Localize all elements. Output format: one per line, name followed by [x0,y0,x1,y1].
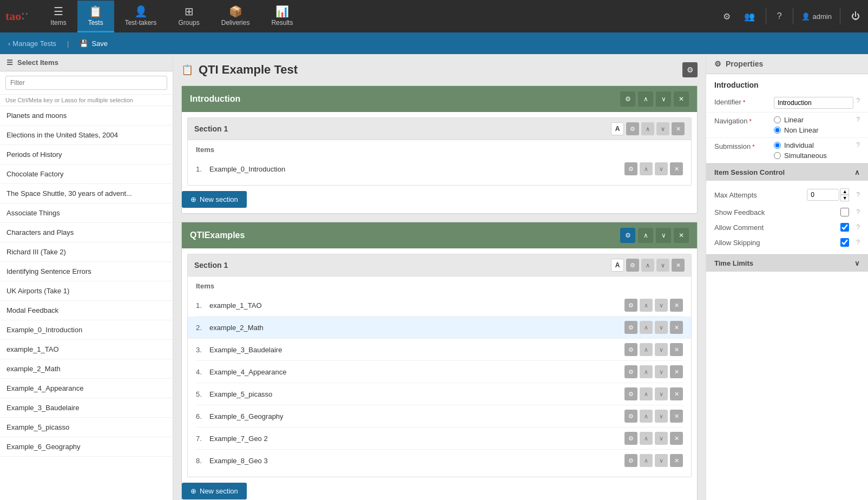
item-settings-button-qtiexamples-0-2[interactable]: ⚙ [624,343,637,356]
identifier-help-icon[interactable]: ? [856,97,860,104]
section-down-button-qtiexamples-0[interactable]: ∨ [656,259,669,272]
item-delete-button-introduction-0-0[interactable]: ✕ [670,162,683,175]
section-up-button-qtiexamples-0[interactable]: ∧ [641,259,654,272]
item-up-button-qtiexamples-0-6[interactable]: ∧ [640,432,653,445]
sidebar-item[interactable]: Associate Things [0,203,173,223]
item-down-button-qtiexamples-0-6[interactable]: ∨ [655,432,668,445]
section-settings-button-qtiexamples-0[interactable]: ⚙ [626,259,639,272]
logout-button[interactable]: ⏻ [849,9,863,24]
sidebar-item[interactable]: UK Airports (Take 1) [0,281,173,301]
part-down-button-qtiexamples[interactable]: ∨ [656,228,671,243]
item-down-button-qtiexamples-0-1[interactable]: ∨ [655,321,668,334]
item-settings-button-qtiexamples-0-3[interactable]: ⚙ [624,365,637,378]
allow-comment-help-icon[interactable]: ? [856,223,860,231]
help-button[interactable]: ? [774,9,785,24]
item-delete-button-qtiexamples-0-5[interactable]: ✕ [670,410,683,423]
section-up-button-introduction-0[interactable]: ∧ [641,122,654,135]
nav-item-deliveries[interactable]: 📦 Deliveries [211,1,261,32]
nav-item-items[interactable]: ☰ Items [40,1,77,32]
section-font-button-qtiexamples-0[interactable]: A [611,259,624,272]
max-attempts-down-button[interactable]: ▼ [840,195,849,201]
show-feedback-checkbox[interactable] [840,208,849,216]
item-up-button-qtiexamples-0-5[interactable]: ∧ [640,410,653,423]
item-delete-button-qtiexamples-0-7[interactable]: ✕ [670,454,683,467]
item-down-button-qtiexamples-0-2[interactable]: ∨ [655,343,668,356]
navigation-nonlinear-option[interactable]: Non Linear [774,126,853,134]
allow-comment-checkbox[interactable] [840,223,849,232]
sidebar-header[interactable]: ☰ Select Items [0,54,173,71]
sidebar-item[interactable]: Example_5_picasso [0,418,173,437]
sidebar-item[interactable]: Planets and moons [0,106,173,126]
item-settings-button-qtiexamples-0-4[interactable]: ⚙ [624,387,637,400]
sidebar-item[interactable]: The Space Shuttle, 30 years of advent... [0,184,173,203]
item-up-button-qtiexamples-0-3[interactable]: ∧ [640,365,653,378]
allow-skipping-checkbox[interactable] [840,238,849,247]
part-delete-button-introduction[interactable]: ✕ [674,91,689,107]
identifier-input[interactable] [774,97,853,109]
item-up-button-qtiexamples-0-0[interactable]: ∧ [640,299,653,312]
section-down-button-introduction-0[interactable]: ∨ [656,122,669,135]
navigation-help-icon[interactable]: ? [856,116,860,123]
submission-help-icon[interactable]: ? [856,141,860,149]
item-up-button-qtiexamples-0-7[interactable]: ∧ [640,454,653,467]
sidebar-item[interactable]: Characters and Plays [0,223,173,242]
item-delete-button-qtiexamples-0-1[interactable]: ✕ [670,321,683,334]
filter-input[interactable] [5,76,167,90]
navigation-nonlinear-radio[interactable] [774,127,781,134]
item-settings-button-qtiexamples-0-1[interactable]: ⚙ [624,321,637,334]
section-settings-button-introduction-0[interactable]: ⚙ [626,122,639,135]
item-delete-button-qtiexamples-0-2[interactable]: ✕ [670,343,683,356]
item-up-button-qtiexamples-0-1[interactable]: ∧ [640,321,653,334]
sidebar-item[interactable]: Example_4_Appearance [0,379,173,398]
admin-button[interactable]: 👤 admin [801,12,832,21]
max-attempts-help-icon[interactable]: ? [856,191,860,199]
item-up-button-qtiexamples-0-4[interactable]: ∧ [640,387,653,400]
sidebar-item[interactable]: Periods of History [0,145,173,165]
sidebar-item[interactable]: Richard III (Take 2) [0,242,173,262]
item-settings-button-qtiexamples-0-5[interactable]: ⚙ [624,410,637,423]
sidebar-item[interactable]: example_1_TAO [0,340,173,359]
nav-item-results[interactable]: 📊 Results [260,1,304,32]
sidebar-item[interactable]: Example_6_Geography [0,437,173,457]
item-delete-button-qtiexamples-0-0[interactable]: ✕ [670,299,683,312]
nav-item-tests[interactable]: 📋 Tests [77,1,114,32]
time-limits-accordion[interactable]: Time Limits ∨ [706,254,868,272]
sidebar-item[interactable]: Elections in the United States, 2004 [0,126,173,145]
test-settings-button[interactable]: ⚙ [682,62,698,77]
part-settings-button-introduction[interactable]: ⚙ [620,91,635,107]
part-up-button-qtiexamples[interactable]: ∧ [638,228,653,243]
nav-item-test-takers[interactable]: 👤 Test-takers [114,1,168,32]
item-delete-button-qtiexamples-0-6[interactable]: ✕ [670,432,683,445]
item-down-button-qtiexamples-0-5[interactable]: ∨ [655,410,668,423]
item-up-button-qtiexamples-0-2[interactable]: ∧ [640,343,653,356]
section-font-button-introduction-0[interactable]: A [611,122,624,135]
item-delete-button-qtiexamples-0-4[interactable]: ✕ [670,387,683,400]
max-attempts-up-button[interactable]: ▲ [840,188,849,195]
item-session-control-accordion[interactable]: Item Session Control ∧ [706,163,868,181]
item-settings-button-qtiexamples-0-0[interactable]: ⚙ [624,299,637,312]
sidebar-item[interactable]: Modal Feedback [0,301,173,320]
item-settings-button-qtiexamples-0-6[interactable]: ⚙ [624,432,637,445]
sidebar-item[interactable]: Example_3_Baudelaire [0,398,173,418]
submission-simultaneous-radio[interactable] [774,152,781,159]
sidebar-item[interactable]: example_2_Math [0,359,173,379]
item-delete-button-qtiexamples-0-3[interactable]: ✕ [670,365,683,378]
sidebar-item[interactable]: Example_0_Introduction [0,320,173,340]
part-delete-button-qtiexamples[interactable]: ✕ [674,228,689,243]
part-up-button-introduction[interactable]: ∧ [638,91,653,107]
sidebar-item[interactable]: Identifying Sentence Errors [0,262,173,281]
item-down-button-qtiexamples-0-4[interactable]: ∨ [655,387,668,400]
item-down-button-qtiexamples-0-0[interactable]: ∨ [655,299,668,312]
navigation-linear-option[interactable]: Linear [774,116,853,124]
item-settings-button-qtiexamples-0-7[interactable]: ⚙ [624,454,637,467]
part-down-button-introduction[interactable]: ∨ [656,91,671,107]
users-button[interactable]: 👥 [741,9,758,24]
max-attempts-input[interactable] [807,189,839,201]
item-up-button-introduction-0-0[interactable]: ∧ [640,162,653,175]
nav-item-groups[interactable]: ⊞ Groups [167,1,210,32]
submission-individual-option[interactable]: Individual [774,141,853,149]
section-delete-button-introduction-0[interactable]: ✕ [672,122,685,135]
sidebar-item[interactable]: Chocolate Factory [0,165,173,184]
new-section-button-qtiexamples[interactable]: ⊕ New section [182,483,247,499]
new-section-button-introduction[interactable]: ⊕ New section [182,191,247,208]
